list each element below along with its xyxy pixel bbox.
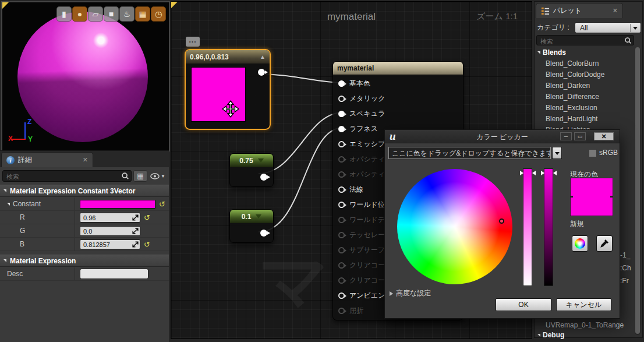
section-title: Material Expression Constant 3Vector (10, 187, 135, 195)
constant-label-cell[interactable]: Constant (0, 200, 75, 208)
collapse-arrow-icon[interactable]: ▲ (260, 54, 266, 60)
grid-preview-icon[interactable]: ▦ (135, 6, 150, 22)
value-slider[interactable] (544, 168, 553, 286)
expand-triangle-icon (537, 51, 540, 54)
collapse-arrow-icon[interactable] (258, 158, 264, 163)
input-pin[interactable] (338, 96, 345, 102)
reset-to-default-icon[interactable]: ↺ (159, 200, 165, 208)
details-panel: i 詳細 ✕ ▦ ▼ M (0, 150, 169, 342)
ok-button[interactable]: OK (496, 298, 551, 311)
category-dropdown[interactable]: All (575, 22, 641, 33)
dialog-title-bar[interactable]: u カラー ピッカー ─ ▭ ✕ (385, 130, 620, 143)
node-header[interactable]: 0.75 (230, 154, 273, 167)
advanced-settings-expander[interactable]: 高度な設定 (390, 288, 431, 298)
output-pin[interactable] (260, 230, 267, 237)
color-wheel-mode-button[interactable] (572, 235, 588, 252)
tab-details[interactable]: i 詳細 ✕ (1, 152, 93, 167)
g-value-field[interactable]: 0.0 (80, 226, 140, 236)
palette-search-input[interactable] (539, 36, 614, 47)
property-matrix-icon[interactable]: ▦ (133, 170, 147, 182)
palette-item[interactable]: Blend_Exclusion (535, 103, 635, 114)
slider-handle-icon[interactable] (520, 171, 523, 175)
input-pin[interactable] (338, 292, 345, 299)
search-icon (121, 172, 129, 180)
scrollbar-thumb[interactable] (635, 47, 640, 334)
input-pin[interactable] (338, 247, 345, 253)
input-pin[interactable] (338, 126, 345, 132)
value-drag-handle-icon[interactable] (132, 214, 139, 221)
input-pin[interactable] (338, 186, 345, 193)
realtime-preview-icon[interactable]: ◷ (151, 6, 166, 22)
slider-handle-icon[interactable] (553, 171, 557, 175)
plane-preview-icon[interactable]: ▱ (88, 6, 103, 22)
constant-075-node[interactable]: 0.75 (229, 153, 274, 187)
palette-item-uvremap[interactable]: UVRemap_0-1_ToRange (546, 320, 624, 331)
node-header[interactable]: 0.1 (230, 210, 273, 223)
node-comment-bubble-icon[interactable]: ... (186, 37, 200, 47)
input-pin[interactable] (338, 217, 345, 223)
maximize-button[interactable]: ▭ (574, 132, 586, 140)
value-drag-handle-icon[interactable] (132, 227, 139, 235)
reset-to-default-icon[interactable]: ↺ (144, 214, 150, 221)
value-drag-handle-icon[interactable] (132, 241, 139, 248)
palette-item[interactable]: Blend_HardLight (535, 114, 635, 125)
b-value-field[interactable]: 0.812857 (80, 239, 140, 249)
reset-to-default-icon[interactable]: ↺ (144, 241, 150, 248)
input-pin[interactable] (338, 156, 345, 163)
srgb-checkbox[interactable] (589, 149, 597, 157)
input-pin[interactable] (338, 141, 345, 147)
eyedropper-button[interactable] (596, 235, 613, 252)
tab-palette[interactable]: パレット ✕ (536, 3, 623, 18)
slider-handle-icon[interactable] (532, 171, 536, 175)
input-pin[interactable] (338, 202, 345, 208)
input-pin[interactable] (338, 111, 345, 117)
palette-group-blends[interactable]: Blends (535, 47, 635, 58)
teapot-preview-icon[interactable]: ♨ (119, 6, 135, 22)
palette-item[interactable]: Blend_ColorBurn (535, 58, 635, 69)
cancel-button[interactable]: キャンセル (556, 298, 611, 311)
minimize-button[interactable]: ─ (560, 132, 572, 140)
r-value-field[interactable]: 0.96 (80, 213, 140, 223)
output-pin[interactable] (258, 69, 265, 76)
material-node-title: mymaterial (337, 64, 374, 72)
view-options-button[interactable]: ▼ (149, 170, 167, 182)
property-row-b: B 0.812857 ↺ (0, 238, 169, 251)
section-header-constant3vector[interactable]: Material Expression Constant 3Vector (0, 185, 169, 197)
slider-handle-icon[interactable] (541, 171, 544, 175)
palette-group-debug[interactable]: Debug (537, 331, 564, 339)
section-header-material-expression[interactable]: Material Expression (0, 255, 169, 267)
input-pin[interactable] (338, 232, 345, 238)
saturation-slider[interactable] (523, 168, 532, 286)
desc-value-field[interactable] (80, 269, 148, 279)
constant-color-swatch[interactable] (80, 200, 155, 209)
input-pin[interactable] (338, 171, 345, 178)
node-header[interactable]: 0.96,0,0.813 ▲ (186, 50, 270, 64)
collapse-arrow-icon[interactable] (256, 214, 261, 218)
palette-scrollbar[interactable] (635, 47, 641, 335)
input-pin[interactable] (338, 80, 345, 87)
output-pin[interactable] (260, 174, 267, 181)
close-icon[interactable]: ✕ (613, 7, 618, 15)
input-pin[interactable] (338, 277, 345, 284)
constant-01-node[interactable]: 0.1 (229, 209, 274, 243)
color-wheel[interactable] (397, 169, 512, 284)
close-button[interactable]: ✕ (594, 132, 614, 140)
constant3vector-node[interactable]: 0.96,0,0.813 ▲ (185, 49, 271, 130)
details-search-input[interactable] (5, 171, 104, 182)
saved-colors-drop-field[interactable]: ここに色をドラッグ&ドロップすると保存できます (388, 147, 551, 159)
node-header[interactable]: mymaterial (333, 62, 463, 75)
preview-viewport[interactable]: ▮●▱■♨▦◷ Z Y X (1, 1, 170, 151)
cube-preview-icon[interactable]: ■ (104, 6, 119, 22)
palette-item[interactable]: Blend_Difference (535, 91, 635, 103)
input-pin[interactable] (338, 308, 345, 314)
color-wheel-selector[interactable] (499, 218, 504, 224)
current-color-swatch[interactable] (570, 178, 613, 216)
sphere-preview-icon[interactable]: ● (72, 6, 87, 22)
input-pin[interactable] (338, 262, 345, 269)
close-icon[interactable]: ✕ (83, 156, 88, 164)
saved-colors-dropdown-button[interactable] (552, 147, 562, 159)
cylinder-preview-icon[interactable]: ▮ (56, 6, 72, 22)
palette-item[interactable]: Blend_ColorDodge (535, 69, 635, 80)
palette-item[interactable]: Blend_Darken (535, 80, 635, 91)
pin-label: 屈折 (349, 306, 363, 316)
